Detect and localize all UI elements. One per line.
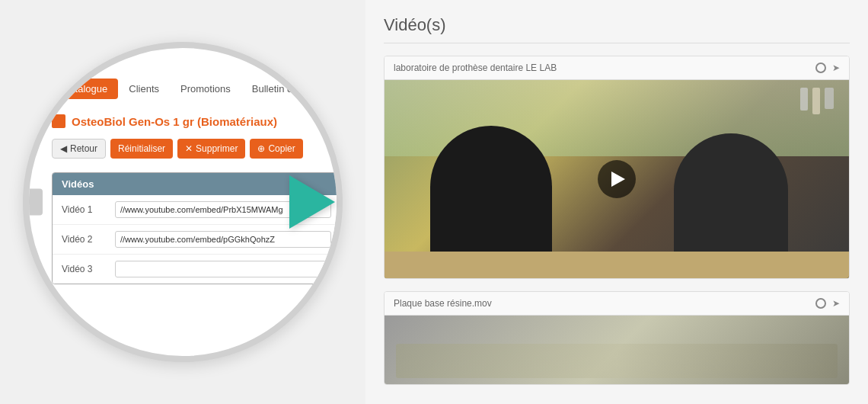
retour-icon: ◀ bbox=[60, 143, 67, 154]
table-surface bbox=[385, 252, 849, 278]
tab-bulletin[interactable]: Bulletin d'info bbox=[241, 79, 321, 99]
arrow-container bbox=[289, 175, 335, 229]
right-panel: Vidéo(s) laboratoire de prothèse dentair… bbox=[365, 0, 868, 404]
supprimer-icon: ✕ bbox=[185, 143, 193, 154]
tab-catalogue[interactable]: Catalogue bbox=[52, 79, 118, 99]
share-icon-2[interactable]: ➤ bbox=[832, 298, 840, 309]
play-triangle bbox=[611, 172, 625, 187]
cube-icon bbox=[52, 114, 65, 128]
play-button[interactable] bbox=[598, 160, 636, 198]
shelf bbox=[800, 88, 834, 114]
video-2-actions: ➤ bbox=[815, 298, 840, 309]
video-thumbnail-1[interactable] bbox=[385, 80, 849, 278]
video-card-2: Plaque base résine.mov ➤ bbox=[384, 291, 850, 385]
section-title: Vidéo(s) bbox=[384, 15, 850, 43]
retour-button[interactable]: ◀ Retour bbox=[52, 139, 106, 159]
share-icon[interactable]: ➤ bbox=[832, 63, 840, 73]
right-arrow bbox=[289, 175, 335, 229]
reinitialiser-button[interactable]: Réinitialiser bbox=[110, 139, 173, 159]
tab-promotions[interactable]: Promotions bbox=[170, 79, 241, 99]
video-row-2: Vidéo 2 bbox=[53, 225, 340, 255]
video-row-3: Vidéo 3 bbox=[53, 255, 340, 284]
video-1-actions: ➤ bbox=[815, 63, 840, 73]
copier-button[interactable]: ⊕ Copier bbox=[250, 139, 302, 159]
video-3-label: Vidéo 3 bbox=[62, 264, 107, 274]
video-1-label: Vidéo 1 bbox=[62, 204, 107, 215]
video-2-caption: Plaque base résine.mov bbox=[394, 298, 492, 309]
video-thumbnail-2[interactable] bbox=[385, 316, 849, 384]
video-2-label: Vidéo 2 bbox=[62, 234, 107, 245]
sidebar-handle bbox=[29, 189, 43, 216]
clock-icon[interactable] bbox=[815, 63, 826, 73]
shelf-item bbox=[812, 88, 820, 114]
shelf-item bbox=[800, 88, 808, 111]
left-panel: Catalogue Clients Promotions Bulletin d'… bbox=[0, 0, 365, 404]
video2-content bbox=[396, 344, 838, 378]
video-scene-2 bbox=[385, 316, 849, 384]
video-card-1-header: laboratoire de prothèse dentaire LE LAB … bbox=[385, 56, 849, 80]
clock-icon-2[interactable] bbox=[815, 298, 826, 309]
video-card-1: laboratoire de prothèse dentaire LE LAB … bbox=[384, 56, 850, 279]
copier-icon: ⊕ bbox=[257, 143, 265, 154]
nav-tabs: Catalogue Clients Promotions Bulletin d'… bbox=[52, 79, 343, 99]
video-2-input[interactable] bbox=[115, 231, 331, 248]
video-1-caption: laboratoire de prothèse dentaire LE LAB bbox=[394, 63, 557, 73]
supprimer-button[interactable]: ✕ Supprimer bbox=[177, 139, 245, 159]
action-buttons: ◀ Retour Réinitialiser ✕ Supprimer ⊕ Cop… bbox=[52, 139, 343, 159]
tab-clients[interactable]: Clients bbox=[118, 79, 170, 99]
shelf-item bbox=[825, 88, 834, 109]
video-card-2-header: Plaque base résine.mov ➤ bbox=[385, 292, 849, 316]
product-title: OsteoBiol Gen-Os 1 gr (Biomatériaux) bbox=[52, 114, 343, 128]
video-3-input[interactable] bbox=[115, 261, 331, 277]
